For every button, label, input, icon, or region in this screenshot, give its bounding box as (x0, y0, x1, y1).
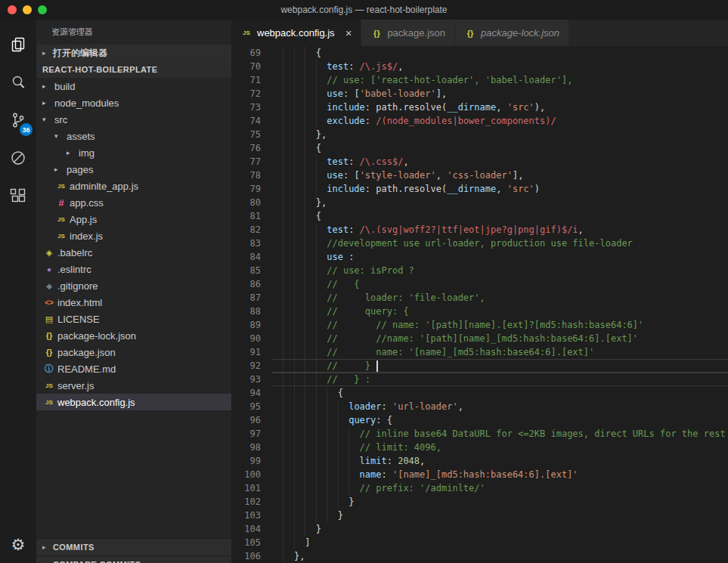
tree-item-webpack.config.js[interactable]: JSwebpack.config.js (36, 394, 231, 410)
code-line[interactable]: }, (272, 128, 728, 141)
tree-item-adminlte_app.js[interactable]: JSadminlte_app.js (36, 178, 231, 194)
indent-guide (294, 291, 295, 305)
code-line[interactable]: exclude: /(node_modules|bower_components… (272, 114, 728, 128)
code-line[interactable]: use: ['style-loader', 'css-loader'], (272, 169, 728, 182)
tree-item-label: build (54, 81, 75, 92)
tree-item-assets[interactable]: ▾assets (36, 128, 231, 144)
code-line[interactable]: { (272, 386, 728, 400)
indent-guide (316, 305, 317, 318)
code-line[interactable]: // loader: 'file-loader', (272, 291, 728, 305)
code-line[interactable]: // limit: 4096, (272, 441, 728, 454)
tab-package-lock.json[interactable]: {}package-lock.json (455, 20, 569, 46)
tree-item-src[interactable]: ▾src (36, 111, 231, 128)
js-file-icon: JS (240, 29, 252, 36)
indent-guide (316, 101, 317, 114)
code-line[interactable]: { (272, 209, 728, 223)
tree-item-pages[interactable]: ▸pages (36, 161, 231, 178)
tree-item-package-lock.json[interactable]: {}package-lock.json (36, 327, 231, 344)
code-line[interactable]: // // name: '[path][name].[ext]?[md5:has… (272, 318, 728, 332)
tree-item-App.js[interactable]: JSApp.js (36, 211, 231, 227)
search-button[interactable] (0, 63, 36, 101)
tab-webpack.config.js[interactable]: JSwebpack.config.js× (231, 20, 361, 46)
code-line[interactable]: limit: 2048, (272, 454, 728, 468)
compare-commits-section[interactable]: ▸ COMPARE COMMITS (36, 555, 231, 563)
code-line[interactable]: }, (272, 196, 728, 209)
code-line[interactable]: // use: ['react-hot-loader', 'babel-load… (272, 73, 728, 87)
indent-guide (283, 141, 283, 155)
close-tab-icon[interactable]: × (345, 27, 352, 39)
indent-guide (316, 250, 317, 264)
code-line[interactable]: // //name: '[path][name]_[md5:hash:base6… (272, 332, 728, 345)
tree-item-img[interactable]: ▸img (36, 144, 231, 161)
code-line[interactable]: // name: '[name]_[md5:hash:base64:6].[ex… (272, 345, 728, 359)
minimize-window-button[interactable] (23, 5, 32, 14)
tree-item-node_modules[interactable]: ▸node_modules (36, 94, 231, 111)
tree-item-build[interactable]: ▸build (36, 78, 231, 94)
tree-item-app.css[interactable]: #app.css (36, 194, 231, 211)
code-line[interactable]: } (272, 522, 728, 536)
code-line[interactable]: use : (272, 250, 728, 264)
tree-item-README.md[interactable]: ⓘREADME.md (36, 360, 231, 377)
tree-item-LICENSE[interactable]: ▤LICENSE (36, 311, 231, 327)
indent-guide (305, 413, 305, 427)
code-line[interactable]: } (272, 495, 728, 509)
code-line[interactable]: // query: { (272, 305, 728, 318)
code-line[interactable]: include: path.resolve(__dirname, 'src'), (272, 101, 728, 114)
open-editors-section[interactable]: ▸ 打开的编辑器 (36, 45, 231, 61)
zoom-window-button[interactable] (38, 5, 47, 14)
indent-guide (305, 359, 305, 373)
code-line[interactable]: { (272, 141, 728, 155)
code-line[interactable]: name: '[name]_[md5:hash:base64:6].[ext]' (272, 468, 728, 481)
indent-guide (294, 400, 295, 413)
line-number: 91 (231, 345, 261, 359)
code-line[interactable]: // } : (272, 373, 728, 386)
extensions-button[interactable] (0, 177, 36, 215)
explorer-button[interactable] (0, 26, 36, 63)
indent-guide (327, 468, 327, 481)
code-line[interactable]: // } (272, 359, 728, 373)
code-area[interactable]: { test: /\.js$/, // use: ['react-hot-loa… (272, 46, 728, 563)
tree-item-index.js[interactable]: JSindex.js (36, 227, 231, 244)
tree-item-server.js[interactable]: JSserver.js (36, 377, 231, 394)
js-file-icon: JS (54, 183, 68, 190)
commits-section[interactable]: ▸ COMMITS (36, 538, 231, 555)
code-line[interactable]: // use: isProd ? (272, 264, 728, 277)
line-number: 72 (231, 87, 261, 101)
code-line[interactable]: use: ['babel-loader'], (272, 87, 728, 101)
code-line[interactable]: test: /\.css$/, (272, 155, 728, 169)
code-line[interactable]: //development use url-loader, production… (272, 237, 728, 250)
tree-item-.gitignore[interactable]: ◆.gitignore (36, 277, 231, 294)
debug-button[interactable] (0, 139, 36, 177)
tree-item-.babelrc[interactable]: ◈.babelrc (36, 244, 231, 261)
explorer-title: 资源管理器 (36, 20, 231, 45)
tree-item-label: img (79, 147, 94, 159)
indent-guide (305, 305, 305, 318)
tab-package.json[interactable]: {}package.json (361, 20, 455, 46)
source-control-button[interactable]: 36 (0, 101, 36, 139)
code-line[interactable]: // prefix: '/adminlte/' (272, 481, 728, 495)
code-line[interactable]: { (272, 46, 728, 60)
code-line[interactable]: test: /\.js$/, (272, 60, 728, 73)
code-line[interactable]: } (272, 509, 728, 522)
code-line[interactable]: // { (272, 277, 728, 291)
code-line[interactable]: query: { (272, 413, 728, 427)
code-line[interactable]: test: /\.(svg|woff2?|ttf|eot|jpe?g|png|g… (272, 223, 728, 237)
project-root-header[interactable]: REACT-HOT-BOILERPLATE (36, 61, 231, 78)
settings-gear-button[interactable]: ⚙ (0, 530, 36, 560)
tree-item-.eslintrc[interactable]: ●.eslintrc (36, 261, 231, 277)
code-line[interactable]: loader: 'url-loader', (272, 400, 728, 413)
code-line[interactable]: // inline base64 DataURL for <=2KB image… (272, 427, 728, 441)
close-window-button[interactable] (8, 5, 17, 14)
json-file-icon: {} (42, 348, 56, 357)
code-line[interactable]: ] (272, 536, 728, 549)
code-line[interactable]: include: path.resolve(__dirname, 'src') (272, 182, 728, 196)
tree-item-label: package-lock.json (57, 330, 136, 342)
indent-guide (305, 182, 305, 196)
code-line[interactable]: }, (272, 549, 728, 563)
tree-item-package.json[interactable]: {}package.json (36, 344, 231, 360)
indent-guide (305, 427, 305, 441)
indent-guide (294, 237, 295, 250)
indent-guide (305, 495, 305, 509)
chevron-right-icon: ▸ (42, 49, 53, 57)
tree-item-index.html[interactable]: <>index.html (36, 294, 231, 311)
